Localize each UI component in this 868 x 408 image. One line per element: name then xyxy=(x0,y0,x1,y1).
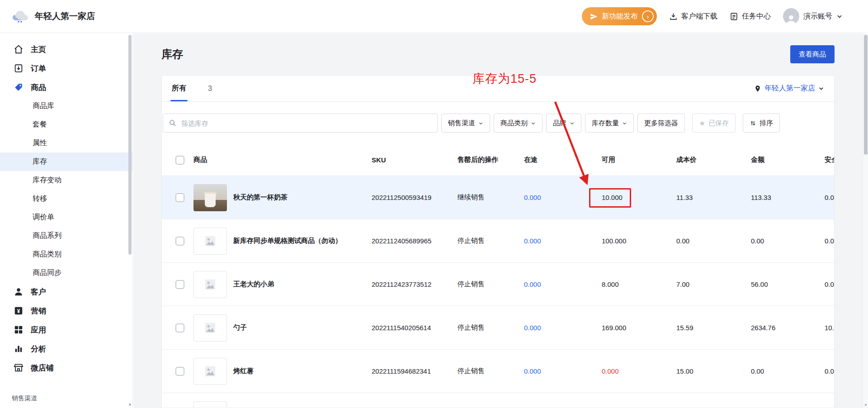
amount-cell: 0.00 xyxy=(751,237,825,245)
column-header: SKU xyxy=(372,156,458,164)
image-icon xyxy=(203,234,217,248)
sidebar-subitem[interactable]: 商品库 xyxy=(0,97,132,115)
table-header-row: 商品SKU售罄后的操作在途可用成本价金额安全库存 xyxy=(162,144,835,176)
scroll-down-icon[interactable]: ▼ xyxy=(864,403,868,407)
client-download-button[interactable]: 客户端下载 xyxy=(669,12,717,21)
tab-all[interactable]: 所有 xyxy=(172,76,186,101)
safety-stock-cell: 0.0 xyxy=(825,280,835,288)
in-transit-link[interactable]: 0.000 xyxy=(524,367,602,375)
tag-icon xyxy=(14,82,24,92)
table-body: 秋天的第一杯奶茶2022112500593419继续销售0.00010.0001… xyxy=(162,176,834,408)
amount-cell: 113.33 xyxy=(751,194,825,201)
sort-button[interactable]: 排序 xyxy=(743,114,780,133)
sidebar-subitem[interactable]: 商品系列 xyxy=(0,227,132,245)
sidebar-subitem[interactable]: 商品类别 xyxy=(0,245,132,264)
sidebar-subitem[interactable]: 商品同步 xyxy=(0,264,132,282)
product-cell: 烤红薯 xyxy=(193,358,372,385)
row-checkbox[interactable] xyxy=(175,193,184,202)
account-menu[interactable]: 演示账号 xyxy=(783,8,843,24)
view-products-button[interactable]: 查看商品 xyxy=(790,45,835,63)
client-download-label: 客户端下载 xyxy=(681,12,717,21)
main-content: 库存 查看商品 所有 3 年轻人第一家店 xyxy=(133,33,863,408)
sidebar-item-marketing[interactable]: ¥ 营销 xyxy=(0,301,132,320)
sidebar-subitem[interactable]: 调价单 xyxy=(0,208,132,227)
more-filters-button[interactable]: 更多筛选器 xyxy=(637,114,685,133)
select-all-cell xyxy=(162,156,193,165)
filter-row: 销售渠道 商品类别 品牌 库存数量 更多筛选器 ★ 已保存 xyxy=(162,102,834,144)
amount-cell: 0.00 xyxy=(751,367,825,375)
sidebar-item-analytics[interactable]: 分析 xyxy=(0,339,132,358)
row-checkbox[interactable] xyxy=(175,367,184,376)
filter-product-category[interactable]: 商品类别 xyxy=(494,114,542,133)
new-feature-label: 新功能发布 xyxy=(602,12,638,21)
search-icon xyxy=(169,119,176,127)
table-row[interactable]: 烤红薯2022111594682341停止销售0.0000.00015.000.… xyxy=(162,350,835,393)
filter-label: 更多筛选器 xyxy=(644,119,678,128)
customers-icon xyxy=(14,287,24,297)
sidebar-item-home[interactable]: 主页 xyxy=(0,40,132,59)
table-row[interactable]: 王老大的小弟2022112423773512停止销售0.0008.0007.00… xyxy=(162,263,835,306)
apps-grid-icon xyxy=(14,325,24,335)
select-all-checkbox[interactable] xyxy=(175,156,184,165)
table-row[interactable]: 秋天的第一杯奶茶2022112500593419继续销售0.00010.0001… xyxy=(162,176,835,219)
search-input[interactable] xyxy=(163,114,438,133)
svg-text:¥: ¥ xyxy=(17,308,20,314)
available-cell: 100.000 xyxy=(602,237,676,245)
sidebar-subitem[interactable]: 转移 xyxy=(0,190,132,208)
task-center-button[interactable]: 任务中心 xyxy=(730,12,771,21)
table-row[interactable]: 新库存同步单规格测试商品（勿动）2022112405689965停止销售0.00… xyxy=(162,219,835,263)
in-transit-link[interactable]: 0.000 xyxy=(524,194,602,201)
sku-cell: 2022111594682341 xyxy=(372,367,458,375)
filter-brand[interactable]: 品牌 xyxy=(546,114,581,133)
sidebar-subitem[interactable]: 库存变动 xyxy=(0,171,132,190)
saved-filters-button[interactable]: ★ 已保存 xyxy=(692,114,736,133)
vertical-scrollbar[interactable]: ▼ xyxy=(863,33,868,408)
in-transit-link[interactable]: 0.000 xyxy=(524,237,602,245)
column-header: 金额 xyxy=(751,156,825,164)
tab-3[interactable]: 3 xyxy=(208,76,212,101)
store-name: 年轻人第一家店 xyxy=(35,10,95,22)
product-name[interactable]: 王老大的小弟 xyxy=(233,280,274,289)
sidebar-item-orders[interactable]: 订单 xyxy=(0,59,132,78)
filter-stock-quantity[interactable]: 库存数量 xyxy=(585,114,634,133)
column-header: 成本价 xyxy=(676,156,751,164)
table-row[interactable]: 勺子2022111540205614停止销售0.000169.00015.592… xyxy=(162,306,835,350)
column-header: 可用 xyxy=(602,156,676,164)
sidebar-scroll-down-icon[interactable]: ▼ xyxy=(128,403,132,407)
sidebar-subitem[interactable]: 套餐 xyxy=(0,115,132,134)
filter-sales-channel[interactable]: 销售渠道 xyxy=(441,114,490,133)
sidebar-subitem[interactable]: 属性 xyxy=(0,134,132,152)
bar-chart-icon xyxy=(14,344,24,354)
cost-cell: 0.00 xyxy=(676,237,751,245)
row-checkbox-cell xyxy=(162,323,193,332)
sidebar-subitem[interactable]: 库存 xyxy=(0,152,132,171)
product-name[interactable]: 勺子 xyxy=(233,323,247,332)
row-checkbox[interactable] xyxy=(175,280,184,289)
new-feature-button[interactable]: 新功能发布 › xyxy=(582,7,657,25)
sellout-action-cell: 停止销售 xyxy=(458,323,524,332)
chevron-down-icon xyxy=(478,121,483,126)
app-logo-cloud-icon xyxy=(12,9,29,23)
sidebar-item-label: 应用 xyxy=(31,325,46,335)
product-name[interactable]: 新库存同步单规格测试商品（勿动） xyxy=(233,237,342,245)
sellout-action-cell: 停止销售 xyxy=(458,367,524,375)
product-name[interactable]: 烤红薯 xyxy=(233,367,254,375)
product-image-placeholder xyxy=(193,271,227,298)
image-icon xyxy=(203,278,217,291)
products-subnav: 商品库套餐属性库存库存变动转移调价单商品系列商品类别商品同步 xyxy=(0,97,132,282)
in-transit-link[interactable]: 0.000 xyxy=(524,324,602,332)
row-checkbox[interactable] xyxy=(175,237,184,246)
safety-stock-cell: 0.0 xyxy=(825,367,835,375)
sidebar-item-customers[interactable]: 客户 xyxy=(0,282,132,301)
sellout-action-cell: 继续销售 xyxy=(458,193,524,202)
product-name[interactable]: 秋天的第一杯奶茶 xyxy=(233,193,288,202)
sidebar-item-microstore[interactable]: 微店铺 xyxy=(0,358,132,377)
sidebar-scrollbar[interactable] xyxy=(128,35,132,255)
row-checkbox[interactable] xyxy=(175,323,184,332)
vertical-scrollbar-thumb[interactable] xyxy=(864,35,868,155)
sidebar-item-apps[interactable]: 应用 xyxy=(0,320,132,339)
in-transit-link[interactable]: 0.000 xyxy=(524,280,602,288)
sidebar-item-products[interactable]: 商品 xyxy=(0,78,132,97)
available-cell: 0.000 xyxy=(602,367,676,375)
store-selector[interactable]: 年轻人第一家店 xyxy=(754,84,824,93)
